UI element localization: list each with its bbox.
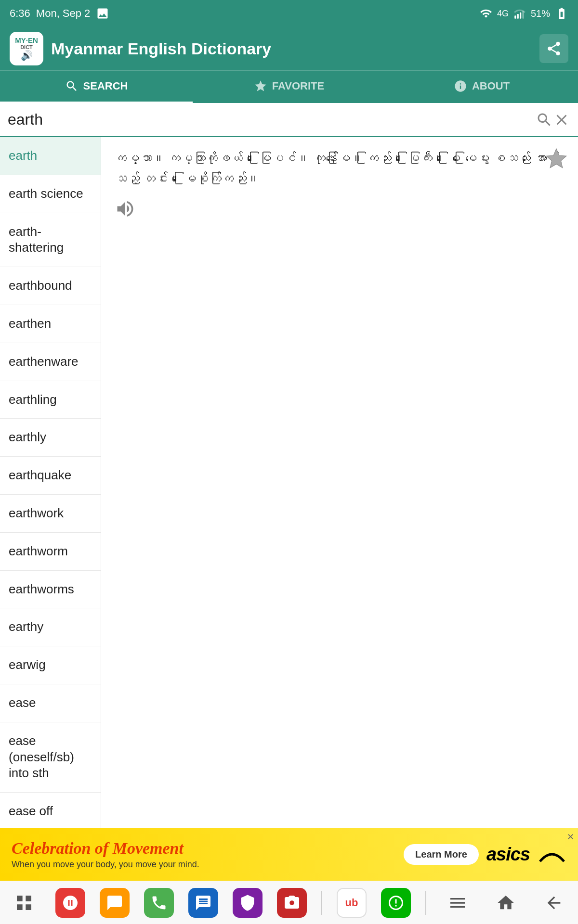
search-submit-button[interactable] [536,111,553,128]
share-icon [546,40,562,57]
favorite-button[interactable] [544,147,568,172]
svg-rect-0 [514,15,516,19]
orange-app-icon [106,894,123,911]
audio-button[interactable] [115,198,136,219]
nav-grid-button[interactable] [7,886,41,920]
nav-app-camera[interactable] [277,888,307,918]
word-item-earth[interactable]: earth [0,137,101,175]
clear-icon [553,111,570,128]
bottom-navigation: ub [0,881,578,924]
word-item-earthling[interactable]: earthling [0,381,101,419]
word-item-earwig[interactable]: earwig [0,646,101,684]
back-icon [544,893,564,912]
line-icon [387,894,405,911]
word-item-earth-shattering[interactable]: earth-shattering [0,213,101,268]
word-item-earthly[interactable]: earthly [0,419,101,457]
menu-icon [448,893,467,912]
nav-divider-2 [425,891,426,915]
star-icon [544,147,568,171]
main-content: earth earth science earth-shattering ear… [0,137,578,831]
word-item-earthwork[interactable]: earthwork [0,495,101,533]
definition-panel: ကမ္ဘာ။ ကမ္ဘာကြိုဖယ်။ မြေပြင်။ ကုန်းမြေ။ … [101,137,578,831]
blue-app-icon [195,894,212,911]
word-item-ease[interactable]: ease [0,684,101,722]
word-item-earthquake[interactable]: earthquake [0,457,101,495]
word-item-earthworms[interactable]: earthworms [0,571,101,609]
nav-app-purple[interactable] [233,888,263,918]
definition-text: ကမ္ဘာ။ ကမ္ဘာကြိုဖယ်။ မြေပြင်။ ကုန်းမြေ။ … [115,149,565,189]
word-item-earthy[interactable]: earthy [0,608,101,646]
search-bar [0,103,578,137]
ad-close-button[interactable]: ✕ [567,832,574,842]
nav-app-red[interactable] [55,888,85,918]
ad-right: Learn More asics [404,844,566,865]
nav-app-blue[interactable] [188,888,218,918]
asics-logo-icon [538,845,566,864]
word-item-earthenware[interactable]: earthenware [0,343,101,381]
phone-icon [150,894,168,911]
app-header: MY·EN DICT 🔊 Myanmar English Dictionary [0,27,578,70]
status-time: 6:36 [10,7,30,20]
svg-rect-3 [522,11,524,19]
signal-icon [513,7,526,20]
nav-tabs: SEARCH FAVORITE ABOUT [0,70,578,103]
photo-icon [96,7,109,20]
battery-level: 51% [531,8,550,19]
nav-divider [321,891,322,915]
app-header-left: MY·EN DICT 🔊 Myanmar English Dictionary [10,32,271,65]
red-app-icon [62,894,79,911]
status-day: Mon, Sep 2 [36,7,91,20]
ad-brand: asics [486,844,530,865]
logo-text: MY·EN [15,37,38,45]
word-item-earthbound[interactable]: earthbound [0,267,101,305]
word-item-earthen[interactable]: earthen [0,305,101,343]
ad-title: Celebration of Movement [12,839,199,858]
ad-learn-button[interactable]: Learn More [404,844,479,865]
nav-app-line[interactable] [381,888,411,918]
search-input[interactable] [8,108,536,131]
tab-about[interactable]: ABOUT [385,71,578,103]
ad-subtitle: When you move your body, you move your m… [12,860,199,870]
grid-icon [14,893,34,912]
app-logo: MY·EN DICT 🔊 [10,32,43,65]
purple-app-icon [239,894,256,911]
app-title: Myanmar English Dictionary [51,39,271,58]
share-button[interactable] [539,34,568,63]
ub-label: ub [345,897,358,909]
logo-sub: DICT [20,44,33,50]
search-submit-icon [536,111,553,128]
tab-favorite-label: FAVORITE [272,80,324,92]
word-item-ease-oneself[interactable]: ease (oneself/sb) into sth [0,722,101,793]
audio-icon [115,198,136,219]
logo-icon: 🔊 [21,50,33,61]
nav-menu-button[interactable] [441,886,474,920]
tab-favorite[interactable]: FAVORITE [193,71,385,103]
nav-app-green-phone[interactable] [144,888,174,918]
network-type: 4G [497,9,509,19]
info-tab-icon [454,79,467,93]
search-tab-icon [65,79,79,93]
battery-icon [555,7,568,20]
search-clear-button[interactable] [553,111,570,128]
tab-search-label: SEARCH [83,80,128,92]
status-right: 4G 51% [480,7,568,20]
tab-search[interactable]: SEARCH [0,71,193,103]
nav-app-ub[interactable]: ub [337,888,367,918]
ad-left: Celebration of Movement When you move yo… [12,839,199,870]
camera-icon [283,894,301,911]
status-bar: 6:36 Mon, Sep 2 4G 51% [0,0,578,27]
favorite-tab-icon [254,79,267,93]
word-item-earth-science[interactable]: earth science [0,175,101,213]
word-item-earthworm[interactable]: earthworm [0,533,101,571]
status-left: 6:36 Mon, Sep 2 [10,7,109,20]
tab-about-label: ABOUT [472,80,510,92]
word-item-ease-off[interactable]: ease off [0,793,101,831]
ad-banner: Celebration of Movement When you move yo… [0,828,578,881]
wifi-icon [480,7,492,20]
nav-app-orange[interactable] [100,888,130,918]
word-list: earth earth science earth-shattering ear… [0,137,101,831]
svg-rect-2 [520,13,521,19]
home-icon [496,893,515,912]
nav-home-button[interactable] [489,886,523,920]
nav-back-button[interactable] [537,886,571,920]
